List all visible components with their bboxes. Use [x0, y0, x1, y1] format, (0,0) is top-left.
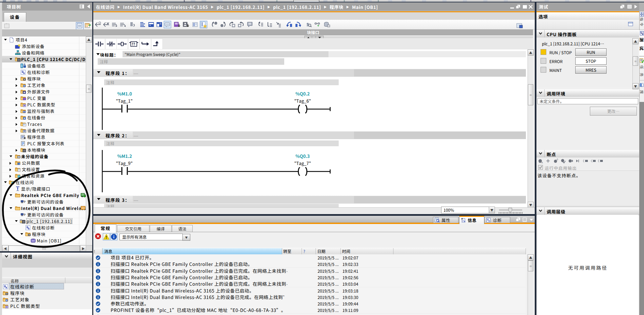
svg-text:"Tag_9": "Tag_9" [116, 160, 132, 166]
svg-text:%M1.2: %M1.2 [117, 153, 132, 159]
svg-text:%Q0.2: %Q0.2 [295, 90, 310, 97]
svg-text:"Tag_6": "Tag_6" [294, 97, 311, 104]
svg-text:%M1.0: %M1.0 [117, 90, 132, 97]
svg-text:"Tag_7": "Tag_7" [294, 160, 311, 166]
svg-text:??: ?? [132, 41, 135, 46]
svg-text:"Tag_1": "Tag_1" [116, 97, 132, 104]
svg-text:x: x [542, 160, 543, 164]
svg-text:%Q0.3: %Q0.3 [295, 153, 310, 159]
